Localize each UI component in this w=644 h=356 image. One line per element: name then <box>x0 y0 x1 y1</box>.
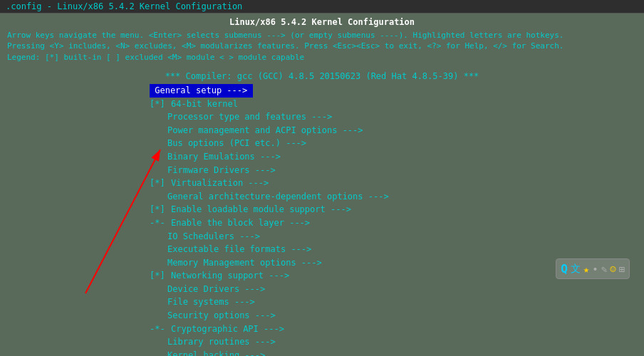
menu-item-memory[interactable]: Memory Management options ---> <box>21 256 623 270</box>
menu-item-power[interactable]: Power management and ACPI options ---> <box>21 124 623 137</box>
main-container: Linux/x86 5.4.2 Kernel Configuration Arr… <box>0 14 644 355</box>
dot-icon[interactable]: • <box>592 263 598 275</box>
emoji-icon[interactable]: ☺ <box>610 263 616 275</box>
menu-item-binary[interactable]: Binary Emulations ---> <box>21 150 623 164</box>
menu-item-64bit[interactable]: [*]64-bit kernel <box>21 98 623 111</box>
menu-item-general-setup[interactable]: General setup ---> <box>21 84 623 98</box>
pressing-label: Pressing <box>7 41 45 51</box>
menu-item-arch[interactable]: General architecture-dependent options -… <box>21 190 623 204</box>
menu-item-crypto[interactable]: -*-Cryptographic API ---> <box>21 323 623 336</box>
menu-item-processor[interactable]: Processor type and features ---> <box>21 110 623 124</box>
help-line1: Arrow keys navigate the menu. <Enter> se… <box>7 30 637 41</box>
kernel-config-title: Linux/x86 5.4.2 Kernel Configuration <box>7 16 637 28</box>
star-icon[interactable]: ★ <box>583 263 589 275</box>
top-bar: Linux/x86 5.4.2 Kernel Configuration Arr… <box>0 14 644 66</box>
help-line2: Pressing <Y> includes, <N> excludes, <M>… <box>7 41 637 51</box>
menu-item-modules[interactable]: [*]Enable loadable module support ---> <box>21 203 623 216</box>
pencil-icon[interactable]: ✎ <box>601 263 607 275</box>
title-text: .config - Linux/x86 5.4.2 Kernel Configu… <box>6 1 242 11</box>
floating-toolbar: Q 文 ★ • ✎ ☺ ⊞ <box>556 258 630 279</box>
menu-item-bus[interactable]: Bus options (PCI etc.) ---> <box>21 137 623 150</box>
grid-icon[interactable]: ⊞ <box>619 263 625 275</box>
legend-line: Legend: [*] built-in [ ] excluded <M> mo… <box>7 52 637 63</box>
menu-item-filesystems[interactable]: File systems ---> <box>21 295 623 309</box>
menu-item-security[interactable]: Security options ---> <box>21 309 623 323</box>
content-area: *** Compiler: gcc (GCC) 4.8.5 20150623 (… <box>0 66 644 356</box>
menu-item-library[interactable]: Library routines ---> <box>21 335 623 349</box>
menu-item-virtualization[interactable]: [*]Virtualization ---> <box>21 177 623 190</box>
menu-item-execfile[interactable]: Executable file formats ---> <box>21 243 623 256</box>
menu-item-block[interactable]: -*-Enable the block layer ---> <box>21 216 623 230</box>
chinese-icon[interactable]: 文 <box>571 263 581 276</box>
selected-item-label: General setup ---> <box>150 84 253 98</box>
title-bar: .config - Linux/x86 5.4.2 Kernel Configu… <box>0 0 644 14</box>
menu-item-network[interactable]: [*]Networking support ---> <box>21 269 623 283</box>
menu-list: General setup ---> [*]64-bit kernel Proc… <box>0 84 644 356</box>
menu-item-drivers[interactable]: Device Drivers ---> <box>21 283 623 296</box>
menu-item-firmware[interactable]: Firmware Drivers ---> <box>21 164 623 177</box>
search-icon[interactable]: Q <box>561 262 568 276</box>
compiler-line: *** Compiler: gcc (GCC) 4.8.5 20150623 (… <box>0 68 644 84</box>
menu-item-io[interactable]: IO Schedulers ---> <box>21 230 623 244</box>
